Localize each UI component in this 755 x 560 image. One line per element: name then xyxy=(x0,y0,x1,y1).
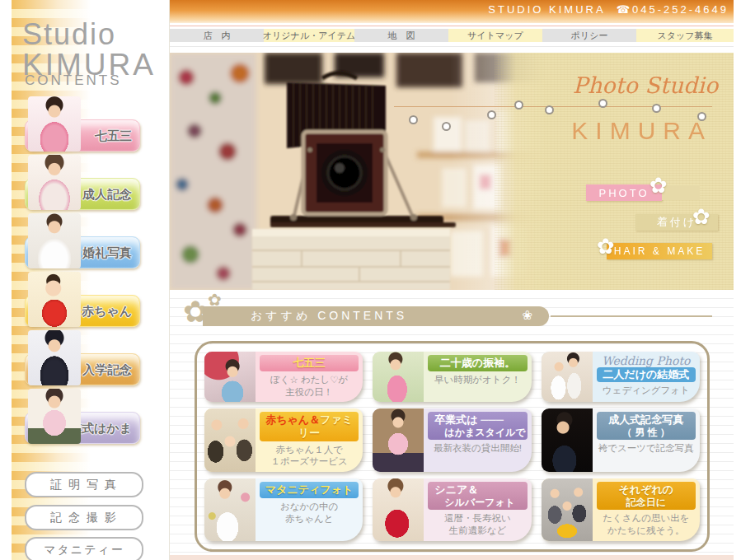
card-title: 二人だけの結婚式 xyxy=(603,368,689,380)
flower-icon: ✿ xyxy=(649,173,668,198)
card-title: シニア＆ xyxy=(434,483,478,496)
card-title-line2: シルバーフォト xyxy=(434,497,525,508)
photo-thumbnail-bride xyxy=(28,213,81,268)
card-photo-furisode xyxy=(373,352,424,402)
recommend-cards-box: 七五三 ぼく☆ わたし♡が 主役の日！ 二十歳の振袖。 早い時期がオトク！ xyxy=(195,341,710,552)
flower-icon: ✿ xyxy=(597,234,615,259)
sidebar-item-hakama[interactable]: 卒業式はかま xyxy=(0,386,169,445)
nav-item-store[interactable]: 店 内 xyxy=(170,29,264,42)
recommend-section: ✿ ✿ おすすめ CONTENTS ❀ 七五三 ぼく☆ わたし♡が 主役の日！ xyxy=(170,290,734,560)
card-753[interactable]: 七五三 ぼく☆ わたし♡が 主役の日！ xyxy=(204,352,363,402)
menu-label: 成人記念 xyxy=(82,186,132,202)
nav-item-recruit[interactable]: スタッフ募集 xyxy=(636,29,734,42)
top-header: STUDIO KIMURA ☎045-252-4649 xyxy=(170,0,734,23)
card-title: 成人式記念写真 xyxy=(608,413,683,426)
maternity-button[interactable]: マタニティー xyxy=(25,537,143,560)
photo-thumbnail-baby xyxy=(28,272,81,327)
dot-decoration xyxy=(487,110,496,119)
sidebar-item-school[interactable]: 卒園・入学記念 xyxy=(0,328,169,386)
menu-label: 赤ちゃん xyxy=(82,303,132,319)
memorial-photo-button[interactable]: 記 念 撮 影 xyxy=(25,505,143,530)
card-script-title: Wedding Photo xyxy=(597,355,696,367)
card-senior-silver[interactable]: シニア＆ シルバーフォト 還暦・長寿祝い 生前遺影など xyxy=(373,478,531,541)
nav-item-map[interactable]: 地 図 xyxy=(354,29,448,42)
card-photo-wedding-couple xyxy=(542,352,593,402)
dot-decoration xyxy=(545,105,554,114)
hair-make-ribbon-button[interactable]: HAIR & MAKE xyxy=(607,243,712,259)
card-furisode[interactable]: 二十歳の振袖。 早い時期がオトク！ xyxy=(373,352,531,402)
logo-line1: Studio xyxy=(22,20,156,49)
menu-label: 七五三 xyxy=(95,128,132,143)
main-column: STUDIO KIMURA ☎045-252-4649 店 内 オリジナル・アイ… xyxy=(170,0,734,560)
sidebar-item-baby[interactable]: 赤ちゃん xyxy=(0,269,169,328)
card-title: 赤ちゃん＆ xyxy=(265,413,320,426)
card-subtitle: ウェディングフォト xyxy=(603,385,690,395)
card-title: 二十歳の振袖。 xyxy=(440,357,515,369)
recommend-heading-row: ✿ ✿ おすすめ CONTENTS ❀ xyxy=(170,300,734,333)
card-photo-man-kimono xyxy=(542,408,593,472)
flower-icon: ✿ xyxy=(692,204,710,230)
card-subtitle: 還暦・長寿祝い xyxy=(444,513,511,523)
card-title-line2: （ 男 性 ） xyxy=(598,427,694,438)
photo-thumbnail-school-child xyxy=(28,330,81,385)
card-baby-family[interactable]: 赤ちゃん＆ファミリー 赤ちゃん１人で １ポーズサービス xyxy=(204,408,363,472)
card-title: 卒業式は ─── xyxy=(434,413,504,426)
dot-decoration xyxy=(652,104,661,113)
hero-banner: Photo Studio KIMURA PHOTO ✿ 着付け ✿ HAIR &… xyxy=(170,53,734,290)
card-photo-maternity xyxy=(204,478,256,541)
sidebar-item-seijin[interactable]: 成人記念 xyxy=(0,152,169,211)
recommend-heading-label: おすすめ CONTENTS xyxy=(251,309,407,324)
photo-thumbnail-furisode xyxy=(28,155,81,210)
card-photo-hakama-seated xyxy=(373,408,424,472)
card-subtitle: おなかの中の xyxy=(280,502,338,511)
card-photo-family-chair xyxy=(542,478,593,541)
card-subtitle: ぼく☆ わたし♡が xyxy=(270,375,348,385)
card-hakama-style[interactable]: 卒業式は ─── はかまスタイルで 最新衣装の貸出開始! xyxy=(373,408,531,472)
card-subtitle: 主役の日！ xyxy=(285,387,333,397)
card-title-line2: はかまスタイルで xyxy=(434,427,525,438)
dot-decoration xyxy=(442,122,451,131)
card-subtitle: かたちに残そう。 xyxy=(607,525,685,535)
hero-brand: KIMURA xyxy=(556,117,712,145)
card-maternity[interactable]: マタニティフォト おなかの中の 赤ちゃんと xyxy=(204,478,363,541)
nav-item-original-items[interactable]: オリジナル・アイテム xyxy=(264,29,354,42)
card-title: 七五三 xyxy=(293,357,326,369)
photo-thumbnail-hakama xyxy=(28,389,81,444)
card-wedding[interactable]: Wedding Photo 二人だけの結婚式 ウェディングフォト xyxy=(542,352,700,402)
phone-number: ☎045-252-4649 xyxy=(617,3,729,16)
card-subtitle: 最新衣装の貸出開始! xyxy=(434,443,522,453)
card-subtitle: 袴でスーツで記念写真 xyxy=(598,443,694,453)
id-photo-button[interactable]: 証 明 写 真 xyxy=(25,472,143,497)
sidebar-menu: 七五三 成人記念 婚礼写真 赤ちゃん 卒園・入学記念 卒業式はかま xyxy=(0,94,169,445)
flower-icon: ❀ xyxy=(522,308,536,323)
card-subtitle: 赤ちゃん１人で xyxy=(275,445,343,455)
site-logo: Studio KIMURA xyxy=(22,20,156,80)
sidebar-item-wedding[interactable]: 婚礼写真 xyxy=(0,211,169,269)
header-brand-phone: STUDIO KIMURA ☎045-252-4649 xyxy=(488,3,729,16)
page: Studio KIMURA CONTENTS 七五三 成人記念 婚礼写真 赤ちゃ… xyxy=(0,0,755,560)
card-photo-family xyxy=(204,408,256,472)
card-title: それぞれの xyxy=(619,483,674,496)
card-subtitle: １ポーズサービス xyxy=(270,456,347,466)
ribbon-tail-line xyxy=(551,315,712,317)
card-subtitle: たくさんの思い出を xyxy=(603,513,689,523)
card-subtitle: 早い時期がオトク！ xyxy=(434,375,521,385)
hero-script-title: Photo Studio xyxy=(567,72,724,98)
dot-decoration xyxy=(409,115,418,124)
card-seijin-male[interactable]: 成人式記念写真（ 男 性 ） 袴でスーツで記念写真 xyxy=(542,408,700,472)
sidebar-item-753[interactable]: 七五三 xyxy=(0,94,169,152)
card-photo-red-dress xyxy=(373,478,424,541)
contents-heading: CONTENTS xyxy=(25,72,122,89)
card-subtitle: 生前遺影など xyxy=(449,525,507,535)
card-subtitle: 赤ちゃんと xyxy=(285,514,334,524)
card-anniversary[interactable]: それぞれの記念日に たくさんの思い出を かたちに残そう。 xyxy=(542,478,700,541)
nav-item-sitemap[interactable]: サイトマップ xyxy=(448,29,542,42)
footer-strip xyxy=(170,555,734,560)
top-nav: 店 内 オリジナル・アイテム 地 図 サイトマップ ポリシー スタッフ募集 xyxy=(170,29,734,42)
nav-item-policy[interactable]: ポリシー xyxy=(542,29,636,42)
card-title: マタニティフォト xyxy=(265,483,353,496)
photo-thumbnail-girl-kimono xyxy=(28,96,81,152)
card-photo-girl-umbrella xyxy=(204,352,256,402)
dot-decoration xyxy=(514,100,523,110)
sidebar: Studio KIMURA CONTENTS 七五三 成人記念 婚礼写真 赤ちゃ… xyxy=(0,0,170,560)
